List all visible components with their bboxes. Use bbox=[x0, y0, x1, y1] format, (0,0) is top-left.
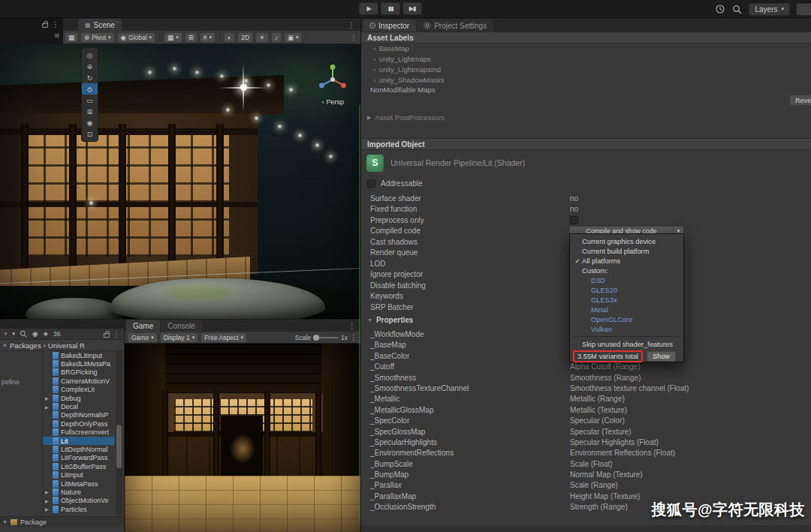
breadcrumb-root[interactable]: Packages bbox=[10, 341, 41, 350]
menu-item-platform[interactable]: GLES20 bbox=[570, 285, 683, 295]
step-button[interactable]: ▶▮ bbox=[402, 2, 422, 15]
tool-button[interactable]: ◉ bbox=[82, 117, 98, 128]
pivot-mode-button[interactable]: ⊕ Pivot ▾ bbox=[80, 32, 115, 43]
menu-item-platform[interactable]: D3D bbox=[570, 275, 683, 285]
tool-button[interactable]: ◎ bbox=[82, 50, 98, 61]
project-item[interactable]: ▶ FullscreenInvert bbox=[43, 428, 114, 437]
tool-button[interactable]: ▭ bbox=[82, 95, 98, 106]
asset-labels-header[interactable]: Asset Labels bbox=[361, 32, 811, 44]
map-item[interactable]: ∘ unity_LightmapsInd bbox=[361, 65, 811, 75]
project-item[interactable]: ▶ DepthOnlyPass bbox=[43, 419, 114, 428]
map-item[interactable]: ∘ BaseMap bbox=[361, 44, 811, 54]
light-gizmo-icon[interactable] bbox=[297, 133, 303, 138]
lighting-toggle-button[interactable]: ☀ bbox=[255, 32, 269, 43]
project-item[interactable]: ▶ Particles bbox=[43, 505, 114, 513]
light-gizmo-icon[interactable] bbox=[254, 116, 259, 121]
project-item[interactable]: ▶ ComplexLit bbox=[43, 386, 114, 394]
menu-item[interactable]: Current graphics device bbox=[570, 236, 683, 246]
map-item[interactable]: ∘ unity_ShadowMasks bbox=[361, 75, 811, 86]
light-gizmo-icon[interactable] bbox=[172, 66, 177, 71]
menu-icon[interactable]: ⋮ bbox=[52, 20, 59, 29]
tool-button[interactable]: ⊕ bbox=[82, 61, 98, 72]
fold-open-icon[interactable]: ▼ bbox=[2, 343, 8, 348]
search-icon[interactable] bbox=[20, 330, 28, 338]
scale-slider-thumb[interactable] bbox=[313, 335, 319, 341]
favorites-star-icon[interactable]: ★ bbox=[43, 330, 49, 338]
project-item[interactable]: ▶ LitDepthNormal bbox=[43, 445, 114, 453]
tab-game[interactable]: Game bbox=[126, 320, 160, 332]
project-item[interactable]: ▶ LitGBufferPass bbox=[43, 462, 114, 470]
properties-foldout[interactable]: ▼ Properties bbox=[367, 316, 413, 324]
game-viewport[interactable] bbox=[125, 344, 361, 532]
map-item[interactable]: ∘ unity_Lightmaps bbox=[361, 54, 811, 65]
fold-open-icon[interactable]: ▼ bbox=[2, 519, 8, 524]
history-icon[interactable] bbox=[714, 4, 725, 15]
tab-project-settings[interactable]: Project Settings bbox=[417, 20, 493, 32]
light-gizmo-icon[interactable] bbox=[277, 124, 282, 129]
project-item[interactable]: ▶ BakedLitMetaPa bbox=[43, 359, 114, 368]
aspect-ratio-selector[interactable]: Free Aspect ▾ bbox=[200, 332, 247, 343]
pause-button[interactable]: ▮▮ bbox=[381, 2, 400, 15]
light-gizmo-icon[interactable] bbox=[147, 70, 152, 75]
scene-menu-icon[interactable]: ⋮ bbox=[350, 33, 357, 41]
grid-icon[interactable]: ⊞ bbox=[54, 32, 59, 39]
fold-closed-icon[interactable]: ▶ bbox=[45, 404, 50, 410]
chevron-down-icon[interactable]: ▾ bbox=[12, 331, 15, 337]
menu-item-platform[interactable]: GLES3x bbox=[570, 295, 683, 305]
tool-button[interactable]: ⊞ bbox=[82, 106, 98, 117]
menu-item[interactable]: Current build platform bbox=[570, 246, 683, 256]
layout-dropdown-clipped[interactable] bbox=[796, 3, 811, 16]
light-gizmo-icon[interactable] bbox=[288, 87, 294, 92]
preprocess-only-checkbox[interactable] bbox=[570, 216, 578, 224]
project-item[interactable]: ▶ CameraMotionV bbox=[43, 377, 114, 385]
add-asset-button[interactable]: + bbox=[4, 330, 8, 338]
project-item[interactable]: ▶ ObjectMotionVe bbox=[43, 497, 114, 505]
tool-button[interactable]: ↻ bbox=[82, 72, 98, 83]
grid-snapping-button[interactable]: ▦▾ bbox=[164, 32, 182, 43]
mode-2d-button[interactable]: 2D bbox=[237, 32, 253, 43]
project-item[interactable]: ▶ BakedLitInput bbox=[43, 351, 114, 359]
lock-icon[interactable] bbox=[42, 23, 48, 28]
fold-closed-icon[interactable]: ▶ bbox=[45, 489, 50, 494]
lock-icon[interactable] bbox=[104, 333, 110, 338]
breadcrumb-child[interactable]: Universal R bbox=[48, 341, 85, 350]
menu-item-platform[interactable]: OpenGLCore bbox=[570, 314, 683, 324]
light-gizmo-icon[interactable] bbox=[328, 154, 333, 159]
game-menu-icon[interactable]: ⋮ bbox=[350, 333, 357, 341]
tool-button[interactable]: ◇ bbox=[82, 83, 98, 95]
project-item[interactable]: ▶ Debug bbox=[43, 394, 114, 402]
persp-mode-label[interactable]: ‹ Persp bbox=[321, 98, 344, 106]
project-item[interactable]: ▶ Nature bbox=[43, 488, 114, 496]
light-gizmo-icon[interactable] bbox=[89, 200, 94, 206]
tab-scene[interactable]: ▦ Scene bbox=[78, 19, 122, 31]
scale-slider[interactable] bbox=[313, 337, 339, 338]
panel-menu-icon[interactable]: ⋮ bbox=[348, 21, 360, 31]
display-selector[interactable]: Display 1 ▾ bbox=[160, 332, 198, 343]
eye-icon[interactable]: ◉ bbox=[32, 330, 38, 338]
menu-item-platform[interactable]: Metal bbox=[570, 305, 683, 314]
handle-orientation-button[interactable]: ◉ Global ▾ bbox=[117, 32, 156, 43]
fold-closed-icon[interactable]: ▶ bbox=[45, 506, 50, 512]
scrollbar-thumb[interactable] bbox=[116, 425, 122, 468]
orientation-gizmo[interactable] bbox=[315, 62, 350, 97]
fold-closed-icon[interactable]: ▶ bbox=[45, 498, 50, 503]
move-snap-button[interactable]: ⊞ bbox=[185, 32, 197, 43]
panel-menu-icon[interactable]: ⋮ bbox=[113, 330, 120, 338]
project-item[interactable]: ▶ LitForwardPass bbox=[43, 454, 114, 462]
project-item[interactable]: ▶ Decal bbox=[43, 402, 114, 410]
play-button[interactable]: ▶ bbox=[359, 2, 378, 15]
tool-button[interactable]: ⊡ bbox=[82, 128, 98, 140]
light-gizmo-icon[interactable] bbox=[315, 143, 320, 148]
project-item[interactable]: ▶ Lit bbox=[43, 437, 114, 445]
layers-dropdown[interactable]: Layers ▾ bbox=[749, 3, 790, 16]
revert-button[interactable]: Reve bbox=[789, 95, 811, 106]
light-gizmo-icon[interactable] bbox=[225, 107, 231, 113]
light-gizmo-icon[interactable] bbox=[194, 70, 200, 75]
addressable-checkbox[interactable] bbox=[367, 179, 375, 188]
tab-console[interactable]: Console bbox=[161, 320, 202, 332]
audio-toggle-button[interactable]: ♪ bbox=[271, 32, 282, 43]
project-item[interactable]: ▶ BRGPicking bbox=[43, 368, 114, 377]
game-view-menu[interactable]: Game ▾ bbox=[128, 332, 158, 343]
asset-postprocessors-foldout[interactable]: ▶ Asset PostProcessors bbox=[367, 113, 445, 122]
search-icon[interactable] bbox=[731, 4, 743, 15]
